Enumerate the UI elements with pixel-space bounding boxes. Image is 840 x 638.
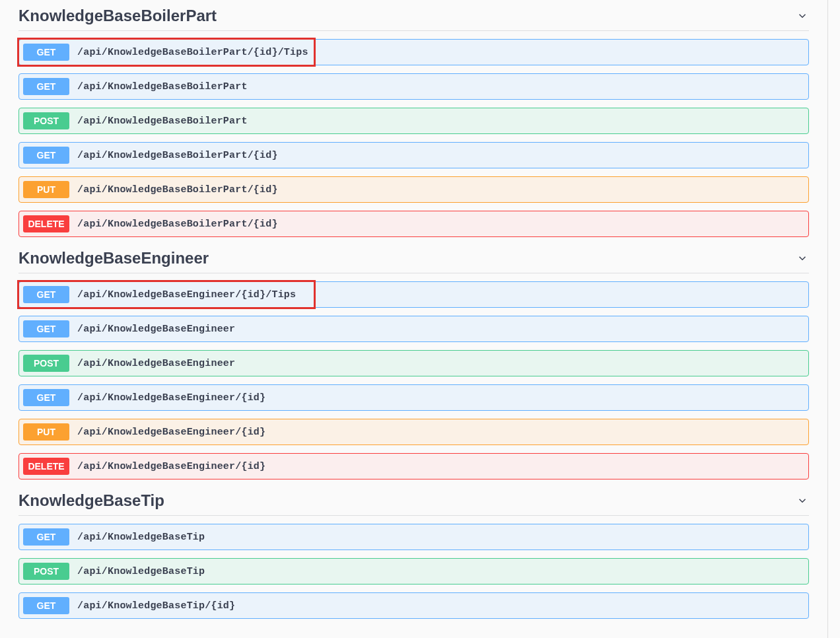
method-badge-get: GET [23, 78, 69, 95]
operation-path: /api/KnowledgeBaseEngineer [77, 324, 235, 335]
method-badge-post: POST [23, 112, 69, 129]
method-badge-delete: DELETE [23, 458, 69, 475]
operation-row[interactable]: PUT/api/KnowledgeBaseEngineer/{id} [18, 419, 809, 445]
operation-row[interactable]: DELETE/api/KnowledgeBaseEngineer/{id} [18, 453, 809, 479]
method-badge-get: GET [23, 597, 69, 614]
tag-section: KnowledgeBaseBoilerPartGET/api/Knowledge… [18, 0, 809, 237]
method-badge-get: GET [23, 147, 69, 164]
operation-path: /api/KnowledgeBaseEngineer/{id}/Tips [77, 289, 296, 301]
method-badge-put: PUT [23, 423, 69, 441]
operation-row[interactable]: GET/api/KnowledgeBaseEngineer/{id}/Tips [18, 281, 809, 308]
method-badge-get: GET [23, 286, 69, 303]
operation-row[interactable]: GET/api/KnowledgeBaseTip/{id} [18, 592, 809, 619]
tag-title: KnowledgeBaseTip [18, 491, 164, 510]
tag-header[interactable]: KnowledgeBaseBoilerPart [18, 0, 809, 31]
operation-path: /api/KnowledgeBaseBoilerPart/{id}/Tips [77, 47, 308, 58]
chevron-down-icon[interactable] [796, 9, 809, 22]
tag-section: KnowledgeBaseTipGET/api/KnowledgeBaseTip… [18, 485, 809, 619]
operation-path: /api/KnowledgeBaseBoilerPart/{id} [77, 150, 278, 161]
operation-path: /api/KnowledgeBaseEngineer/{id} [77, 461, 265, 472]
operation-path: /api/KnowledgeBaseTip [77, 566, 205, 577]
operation-row[interactable]: DELETE/api/KnowledgeBaseBoilerPart/{id} [18, 211, 809, 237]
swagger-content: KnowledgeBaseBoilerPartGET/api/Knowledge… [0, 0, 827, 638]
swagger-viewport[interactable]: KnowledgeBaseBoilerPartGET/api/Knowledge… [0, 0, 828, 638]
method-badge-post: POST [23, 355, 69, 372]
operation-path: /api/KnowledgeBaseTip [77, 532, 205, 543]
chevron-down-icon[interactable] [796, 252, 809, 265]
method-badge-get: GET [23, 528, 69, 546]
operation-row[interactable]: POST/api/KnowledgeBaseBoilerPart [18, 108, 809, 134]
method-badge-get: GET [23, 44, 69, 61]
operation-path: /api/KnowledgeBaseBoilerPart [77, 81, 248, 92]
operation-row[interactable]: GET/api/KnowledgeBaseEngineer [18, 316, 809, 342]
operation-row[interactable]: GET/api/KnowledgeBaseBoilerPart [18, 73, 809, 100]
tag-title: KnowledgeBaseBoilerPart [18, 7, 217, 25]
operation-row[interactable]: GET/api/KnowledgeBaseBoilerPart/{id}/Tip… [18, 39, 809, 65]
operation-path: /api/KnowledgeBaseEngineer/{id} [77, 392, 265, 404]
tag-title: KnowledgeBaseEngineer [18, 249, 209, 267]
method-badge-put: PUT [23, 181, 69, 198]
operation-row[interactable]: GET/api/KnowledgeBaseEngineer/{id} [18, 384, 809, 411]
method-badge-get: GET [23, 389, 69, 406]
operation-row[interactable]: POST/api/KnowledgeBaseEngineer [18, 350, 809, 376]
operation-path: /api/KnowledgeBaseBoilerPart [77, 116, 248, 127]
operation-path: /api/KnowledgeBaseBoilerPart/{id} [77, 219, 278, 230]
operation-row[interactable]: GET/api/KnowledgeBaseTip [18, 524, 809, 550]
operation-row[interactable]: GET/api/KnowledgeBaseBoilerPart/{id} [18, 142, 809, 168]
method-badge-post: POST [23, 563, 69, 580]
operation-row[interactable]: POST/api/KnowledgeBaseTip [18, 558, 809, 585]
method-badge-get: GET [23, 320, 69, 337]
operation-row[interactable]: PUT/api/KnowledgeBaseBoilerPart/{id} [18, 176, 809, 203]
tag-header[interactable]: KnowledgeBaseEngineer [18, 242, 809, 273]
tag-section: KnowledgeBaseEngineerGET/api/KnowledgeBa… [18, 242, 809, 479]
method-badge-delete: DELETE [23, 215, 69, 232]
operation-path: /api/KnowledgeBaseEngineer [77, 358, 235, 369]
tag-header[interactable]: KnowledgeBaseTip [18, 485, 809, 516]
operation-path: /api/KnowledgeBaseEngineer/{id} [77, 427, 265, 438]
operation-path: /api/KnowledgeBaseTip/{id} [77, 600, 235, 612]
operation-path: /api/KnowledgeBaseBoilerPart/{id} [77, 184, 278, 195]
chevron-down-icon[interactable] [796, 494, 809, 507]
